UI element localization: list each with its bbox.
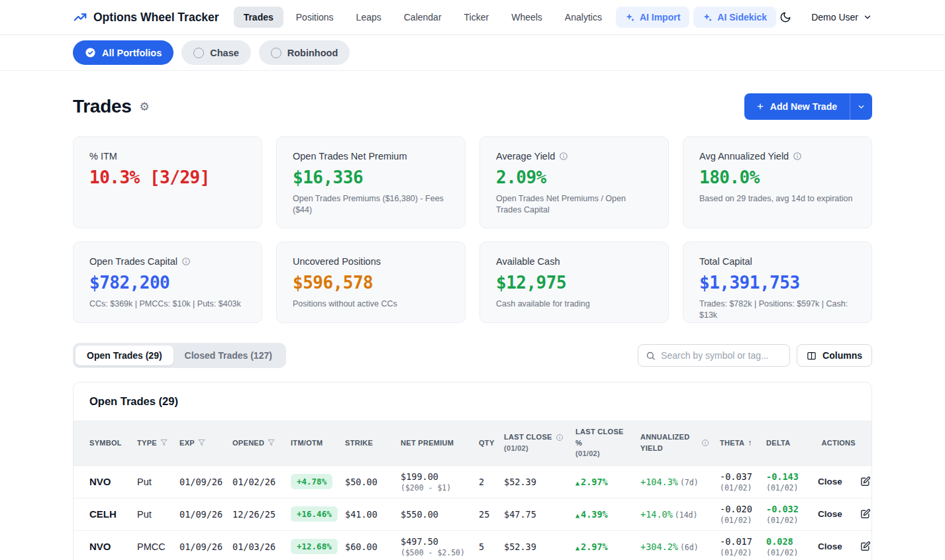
itm-otm-badge: +16.46% xyxy=(291,506,338,522)
portfolio-pill-all-portfolios[interactable]: All Portfolios xyxy=(73,40,174,65)
stats-grid: % ITM 10.3% [3/29] Open Trades Net Premi… xyxy=(73,136,872,323)
stat-label: Uncovered Positions xyxy=(293,256,381,267)
stat-value: $12,975 xyxy=(496,273,652,293)
add-new-trade-button[interactable]: + Add New Trade xyxy=(744,93,850,120)
info-icon[interactable] xyxy=(793,152,802,161)
ai-import-button[interactable]: AI Import xyxy=(616,7,689,28)
cell-net-premium: $199.00 ($200 - $1) xyxy=(395,465,473,498)
ai-sidekick-button[interactable]: AI Sidekick xyxy=(693,7,776,28)
stat-label: Open Trades Net Premium xyxy=(293,151,407,162)
col-header-opened[interactable]: OPENED xyxy=(227,420,285,465)
cell-actions: Close xyxy=(813,530,871,560)
info-icon[interactable] xyxy=(559,152,568,161)
app-brand: Options Wheel Tracker xyxy=(73,10,219,24)
close-trade-button[interactable]: Close xyxy=(818,509,842,519)
edit-trade-button[interactable] xyxy=(860,476,871,487)
table-title: Open Trades (29) xyxy=(74,383,871,420)
stat-card-open-trades-net-premium: Open Trades Net Premium $16,336 Open Tra… xyxy=(276,136,466,228)
cell-opened: 12/26/25 xyxy=(227,498,285,530)
col-header-delta: DELTA xyxy=(761,420,813,465)
nav-item-wheels[interactable]: Wheels xyxy=(501,7,552,28)
app-title: Options Wheel Tracker xyxy=(93,11,219,24)
search-box xyxy=(638,344,790,367)
stat-subtext: Based on 29 trades, avg 14d to expiratio… xyxy=(699,193,856,205)
nav-item-positions[interactable]: Positions xyxy=(286,7,344,28)
cell-exp: 01/09/26 xyxy=(174,530,227,560)
col-header-net-premium: NET PREMIUM xyxy=(395,420,473,465)
sparkles-icon xyxy=(625,13,635,23)
gear-icon[interactable]: ⚙ xyxy=(139,101,149,113)
sparkles-icon xyxy=(703,13,713,23)
nav-item-leaps[interactable]: Leaps xyxy=(346,7,391,28)
edit-trade-button[interactable] xyxy=(860,508,871,520)
info-icon[interactable] xyxy=(701,439,709,447)
col-header-date: (01/02) xyxy=(575,449,600,457)
col-header-strike: STRIKE xyxy=(340,420,395,465)
close-trade-button[interactable]: Close xyxy=(818,541,842,551)
cell-last-close: $47.75 xyxy=(499,498,570,530)
cell-actions: Close xyxy=(813,465,871,498)
col-header-qty: QTY xyxy=(473,420,499,465)
info-icon[interactable] xyxy=(556,434,564,442)
cell-exp: 01/09/26 xyxy=(174,498,227,530)
itm-otm-badge: +12.68% xyxy=(291,539,338,554)
col-header-itm-otm: ITM/OTM xyxy=(285,420,340,465)
stat-subtext: CCs: $369k | PMCCs: $10k | Puts: $403k xyxy=(89,299,246,310)
filter-icon[interactable] xyxy=(268,439,275,446)
cell-last-close: $52.39 xyxy=(499,530,570,560)
add-new-trade-split-button: + Add New Trade xyxy=(744,93,872,120)
portfolio-pill-chase[interactable]: Chase xyxy=(181,40,251,65)
stat-card-itm: % ITM 10.3% [3/29] xyxy=(73,136,262,228)
cell-opened: 01/02/26 xyxy=(227,465,285,498)
top-navigation: Options Wheel Tracker TradesPositionsLea… xyxy=(0,0,945,35)
nav-item-ticker[interactable]: Ticker xyxy=(454,7,499,28)
tab-closed-trades-127[interactable]: Closed Trades (127) xyxy=(174,346,283,365)
search-icon xyxy=(646,351,656,361)
stat-value: 2.09% xyxy=(496,167,652,187)
cell-last-close: $52.39 xyxy=(499,465,570,498)
user-menu[interactable]: Demo User xyxy=(811,12,872,23)
open-trades-table: SYMBOLTYPEEXPOPENEDITM/OTMSTRIKENET PREM… xyxy=(74,420,871,560)
cell-type: Put xyxy=(132,465,174,498)
open-trades-table-card: Open Trades (29) SYMBOLTYPEEXPOPENEDITM/… xyxy=(73,382,872,560)
nav-item-calendar[interactable]: Calendar xyxy=(394,7,452,28)
search-input[interactable] xyxy=(661,350,782,361)
stat-value: $1,391,753 xyxy=(699,273,856,293)
nav-item-trades[interactable]: Trades xyxy=(234,7,283,28)
cell-opened: 01/03/26 xyxy=(227,530,285,560)
cell-annualized-yield: +104.3%(7d) xyxy=(635,465,715,498)
tab-open-trades-29[interactable]: Open Trades (29) xyxy=(75,346,174,365)
col-header-type[interactable]: TYPE xyxy=(132,420,174,465)
page-title: Trades xyxy=(73,96,131,117)
table-header-row: SYMBOLTYPEEXPOPENEDITM/OTMSTRIKENET PREM… xyxy=(74,420,871,465)
portfolio-pill-robinhood[interactable]: Robinhood xyxy=(259,40,350,65)
sort-asc-icon[interactable]: ↑ xyxy=(748,437,752,449)
filter-icon[interactable] xyxy=(198,439,205,446)
close-trade-button[interactable]: Close xyxy=(818,477,842,487)
col-header-last-close: LAST CLOSE %(01/02) xyxy=(570,420,635,465)
col-header-theta[interactable]: THETA↑ xyxy=(715,420,761,465)
cell-symbol: NVO xyxy=(74,465,132,498)
filter-icon[interactable] xyxy=(160,439,168,446)
cell-last-close-pct: ▲2.97% xyxy=(570,465,635,498)
columns-button[interactable]: Columns xyxy=(797,344,872,367)
cell-theta: -0.020 (01/02) xyxy=(715,498,761,530)
nav-item-analytics[interactable]: Analytics xyxy=(555,7,612,28)
cell-actions: Close xyxy=(813,498,871,530)
stat-label: Total Capital xyxy=(699,256,752,267)
cell-delta: -0.143 (01/02) xyxy=(761,465,813,498)
cell-symbol: CELH xyxy=(74,498,132,530)
cell-exp: 01/09/26 xyxy=(174,465,227,498)
cell-strike: $60.00 xyxy=(340,530,395,560)
info-icon[interactable] xyxy=(181,257,191,266)
dark-mode-toggle[interactable] xyxy=(779,11,791,23)
cell-qty: 5 xyxy=(473,530,499,560)
col-header-exp[interactable]: EXP xyxy=(174,420,227,465)
stat-label: % ITM xyxy=(89,151,117,162)
itm-otm-badge: +4.78% xyxy=(291,474,332,489)
stat-label: Open Trades Capital xyxy=(89,256,177,267)
col-header-date: (01/02) xyxy=(504,444,528,452)
add-trade-dropdown-button[interactable] xyxy=(850,93,872,120)
edit-trade-button[interactable] xyxy=(860,541,871,552)
cell-theta: -0.037 (01/02) xyxy=(715,465,761,498)
